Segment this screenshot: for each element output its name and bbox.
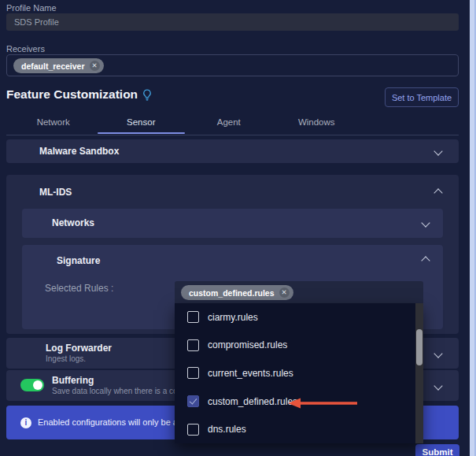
rule-option-label: compromised.rules <box>208 339 287 350</box>
accordion-networks[interactable]: Networks <box>22 209 443 238</box>
rule-option-current-events[interactable]: current_events.rules <box>175 359 408 387</box>
chevron-down-icon <box>434 349 442 358</box>
accordion-malware-sandbox[interactable]: Malware Sandbox <box>6 139 459 163</box>
chevron-down-icon <box>434 146 442 155</box>
receivers-label: Receivers <box>6 44 45 54</box>
networks-title: Networks <box>52 217 94 228</box>
active-tab-underline <box>98 132 185 134</box>
dropdown-scrollbar-thumb[interactable] <box>416 329 422 365</box>
info-icon: i <box>20 417 31 428</box>
selected-rule-chip: custom_defined.rules ✕ <box>181 285 293 300</box>
selected-rule-chip-label: custom_defined.rules <box>189 288 275 298</box>
log-forwarder-title: Log Forwarder <box>46 343 112 354</box>
set-to-template-button[interactable]: Set to Template <box>385 87 459 107</box>
selected-rules-label: Selected Rules : <box>45 283 113 294</box>
rule-option-label: current_events.rules <box>208 368 293 379</box>
chevron-down-icon <box>434 381 442 390</box>
receiver-chip: default_receiver ✕ <box>13 58 104 73</box>
selected-rules-input[interactable]: custom_defined.rules ✕ <box>175 281 423 303</box>
tab-network[interactable]: Network <box>9 113 98 133</box>
profile-configuration-screen: Profile Name SDS Profile Receivers defau… <box>0 0 476 456</box>
chevron-down-icon <box>421 218 430 227</box>
rule-option-compromised[interactable]: compromised.rules <box>175 332 408 360</box>
checkbox-checked-icon[interactable] <box>187 395 199 407</box>
receiver-chip-label: default_receiver <box>21 61 85 71</box>
submit-button[interactable]: Submit <box>415 444 459 456</box>
rule-option-label: dns.rules <box>208 424 246 435</box>
tabs-divider <box>6 135 459 135</box>
rule-option-dns[interactable]: dns.rules <box>175 415 408 443</box>
rule-option-label: custom_defined.rules <box>208 396 297 407</box>
buffering-toggle[interactable] <box>20 379 44 391</box>
feature-customization-title: Feature Customization <box>6 87 138 102</box>
buffering-title: Buffering <box>52 375 94 386</box>
malware-sandbox-title: Malware Sandbox <box>39 146 119 157</box>
chevron-up-icon[interactable] <box>434 188 442 197</box>
feature-tabs: Network Sensor Agent Windows <box>9 113 360 133</box>
signature-title: Signature <box>57 255 100 266</box>
checkbox-icon[interactable] <box>187 339 199 351</box>
feature-customization-heading: Feature Customization <box>6 87 152 102</box>
dropdown-scrollbar[interactable] <box>415 303 423 443</box>
log-forwarder-subtitle: Ingest logs. <box>46 354 86 363</box>
tab-agent[interactable]: Agent <box>185 113 273 133</box>
checkbox-icon[interactable] <box>187 424 199 436</box>
ml-ids-title[interactable]: ML-IDS <box>39 187 72 198</box>
chip-close-icon[interactable]: ✕ <box>279 287 290 298</box>
tab-sensor[interactable]: Sensor <box>98 113 186 133</box>
checkbox-icon[interactable] <box>187 367 199 379</box>
chevron-up-icon <box>421 256 430 265</box>
annotation-arrow-icon <box>288 397 360 410</box>
profile-name-value: SDS Profile <box>14 17 59 27</box>
chip-close-icon[interactable]: ✕ <box>90 61 100 71</box>
rules-dropdown-list: ciarmy.rules compromised.rules current_e… <box>175 303 423 443</box>
profile-name-label: Profile Name <box>6 3 57 13</box>
rule-option-ciarmy[interactable]: ciarmy.rules <box>175 303 408 332</box>
tab-windows[interactable]: Windows <box>273 113 361 133</box>
receivers-input[interactable]: default_receiver ✕ <box>6 54 459 76</box>
rule-option-label: ciarmy.rules <box>208 312 258 323</box>
profile-name-input[interactable]: SDS Profile <box>6 13 459 31</box>
checkbox-icon[interactable] <box>187 311 199 323</box>
lightbulb-icon <box>142 89 152 101</box>
